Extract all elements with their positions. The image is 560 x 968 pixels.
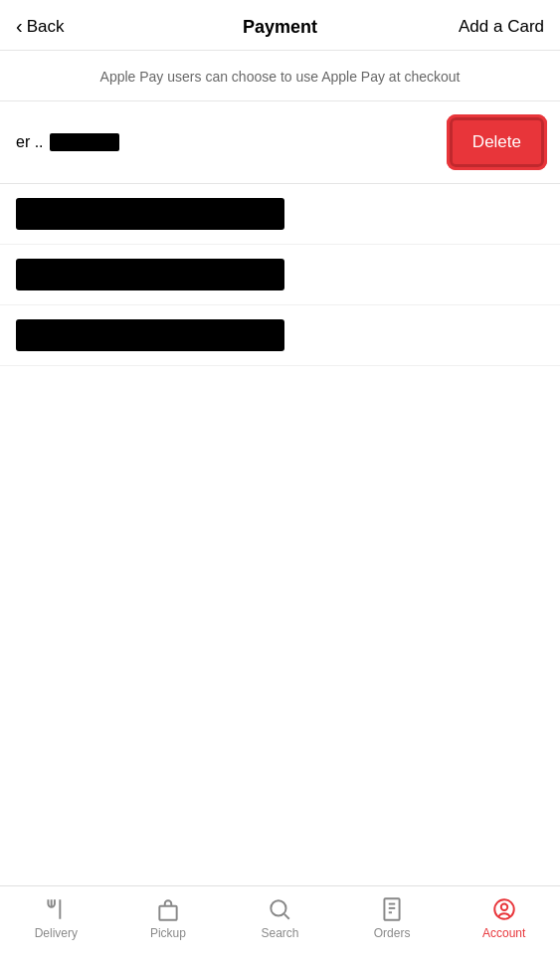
redacted-item-3: [16, 319, 284, 351]
info-text: Apple Pay users can choose to use Apple …: [100, 69, 461, 85]
list-item: [0, 245, 560, 305]
bottom-nav: Delivery Pickup Search Orders: [0, 885, 560, 968]
svg-line-4: [284, 914, 289, 919]
payment-row: er .. Delete: [0, 101, 560, 184]
info-bar: Apple Pay users can choose to use Apple …: [0, 51, 560, 101]
delete-button[interactable]: Delete: [450, 117, 544, 167]
search-icon: [267, 896, 292, 922]
page-title: Payment: [243, 17, 317, 38]
list-item: [0, 184, 560, 245]
svg-point-10: [500, 904, 507, 911]
chevron-left-icon: ‹: [16, 15, 23, 38]
add-card-button[interactable]: Add a Card: [459, 17, 544, 37]
svg-point-3: [272, 900, 286, 915]
svg-rect-2: [159, 906, 176, 920]
svg-rect-5: [384, 898, 399, 920]
payment-label: er ..: [16, 133, 119, 151]
nav-label-pickup: Pickup: [150, 926, 186, 940]
pickup-icon: [155, 896, 181, 922]
page-header: ‹ Back Payment Add a Card: [0, 0, 560, 51]
back-label: Back: [27, 17, 65, 37]
nav-item-delivery[interactable]: Delivery: [26, 896, 86, 940]
svg-point-9: [494, 899, 514, 919]
nav-label-account: Account: [482, 926, 525, 940]
nav-item-search[interactable]: Search: [250, 896, 309, 940]
payment-prefix: er ..: [16, 133, 44, 151]
redacted-item-1: [16, 198, 284, 230]
nav-item-account[interactable]: Account: [474, 896, 534, 940]
nav-item-pickup[interactable]: Pickup: [138, 896, 198, 940]
account-icon: [491, 896, 517, 922]
redacted-card-number: [50, 133, 119, 151]
nav-item-orders[interactable]: Orders: [362, 896, 422, 940]
delivery-icon: [43, 896, 69, 922]
orders-icon: [379, 896, 405, 922]
nav-label-search: Search: [261, 926, 298, 940]
back-button[interactable]: ‹ Back: [16, 16, 64, 38]
nav-label-delivery: Delivery: [35, 926, 78, 940]
redacted-item-2: [16, 259, 284, 290]
nav-label-orders: Orders: [374, 926, 411, 940]
list-item: [0, 305, 560, 366]
